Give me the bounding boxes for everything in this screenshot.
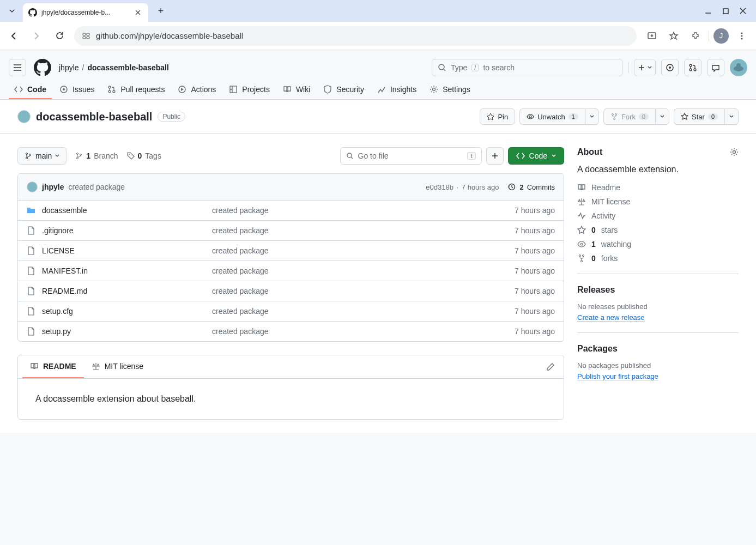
chrome-menu-button[interactable]: [733, 27, 751, 45]
create-new-button[interactable]: [634, 59, 656, 76]
github-logo[interactable]: [34, 59, 51, 76]
tags-link[interactable]: 0 Tags: [127, 152, 161, 160]
sidebar-forks-link[interactable]: 0 forks: [577, 254, 739, 263]
file-commit-message[interactable]: created package: [212, 307, 508, 316]
file-row[interactable]: setup.cfgcreated package7 hours ago: [18, 301, 564, 322]
code-download-button[interactable]: Code: [508, 147, 564, 165]
svg-point-32: [77, 153, 78, 155]
tab-close-button[interactable]: [133, 8, 143, 17]
nav-settings[interactable]: Settings: [424, 81, 476, 99]
visibility-badge: Public: [158, 112, 185, 122]
nav-insights[interactable]: Insights: [372, 81, 422, 99]
goto-file-input[interactable]: Go to file t: [340, 147, 482, 165]
license-tab[interactable]: MIT license: [84, 355, 151, 378]
url-input[interactable]: github.com/jhpyle/docassemble-baseball: [74, 26, 637, 46]
file-name[interactable]: README.md: [42, 287, 205, 295]
install-app-icon[interactable]: [643, 27, 661, 45]
star-button[interactable]: Star 0: [674, 108, 724, 125]
commit-time: 7 hours ago: [462, 183, 499, 191]
new-tab-button[interactable]: +: [156, 6, 166, 16]
notifications-button[interactable]: [707, 59, 724, 76]
sidebar-watching-link[interactable]: 1 watching: [577, 240, 739, 249]
file-commit-message[interactable]: created package: [212, 267, 508, 275]
svg-point-8: [741, 38, 743, 39]
issues-button[interactable]: [661, 59, 679, 76]
file-name[interactable]: setup.py: [42, 327, 205, 336]
sidebar-stars-link[interactable]: 0 stars: [577, 226, 739, 234]
nav-actions[interactable]: Actions: [172, 81, 221, 99]
tab-search-button[interactable]: [4, 3, 20, 19]
browser-tab[interactable]: jhpyle/docassemble-b...: [23, 3, 148, 22]
window-close-button[interactable]: [739, 7, 747, 15]
pin-button[interactable]: Pin: [480, 108, 515, 125]
global-nav-menu-button[interactable]: [9, 59, 26, 76]
forward-button[interactable]: [28, 28, 45, 44]
add-file-button[interactable]: [486, 147, 504, 165]
breadcrumb-repo[interactable]: docassemble-baseball: [87, 63, 168, 72]
file-name[interactable]: LICENSE: [42, 246, 205, 255]
window-minimize-button[interactable]: [704, 7, 712, 15]
commit-author[interactable]: jhpyle: [42, 183, 64, 191]
commit-message[interactable]: created package: [68, 183, 125, 191]
breadcrumb-owner[interactable]: jhpyle: [59, 63, 79, 72]
create-release-link[interactable]: Create a new release: [577, 313, 645, 322]
back-button[interactable]: [5, 28, 22, 44]
sidebar: About A docassemble extension. Readme MI…: [577, 147, 739, 420]
user-avatar[interactable]: [730, 59, 747, 76]
file-row[interactable]: docassemblecreated package7 hours ago: [18, 201, 564, 221]
nav-issues[interactable]: Issues: [54, 81, 100, 99]
extensions-icon[interactable]: [687, 27, 704, 45]
fork-button[interactable]: Fork 0: [603, 108, 655, 125]
file-row[interactable]: setup.pycreated package7 hours ago: [18, 322, 564, 341]
file-commit-message[interactable]: created package: [212, 246, 508, 255]
edit-readme-button[interactable]: [542, 358, 559, 376]
branches-link[interactable]: 1 Branch: [75, 152, 118, 160]
file-name[interactable]: MANIFEST.in: [42, 267, 205, 275]
window-maximize-button[interactable]: [721, 7, 730, 15]
svg-point-36: [347, 153, 352, 158]
file-row[interactable]: README.mdcreated package7 hours ago: [18, 281, 564, 301]
file-row[interactable]: .gitignorecreated package7 hours ago: [18, 221, 564, 241]
sidebar-license-link[interactable]: MIT license: [577, 197, 739, 206]
chrome-profile-avatar[interactable]: J: [713, 28, 729, 44]
nav-projects[interactable]: Projects: [223, 81, 275, 99]
svg-point-9: [439, 64, 444, 70]
search-icon: [346, 152, 354, 160]
file-commit-message[interactable]: created package: [212, 287, 508, 295]
watch-dropdown[interactable]: [585, 108, 599, 125]
star-dropdown[interactable]: [724, 108, 739, 125]
file-name[interactable]: .gitignore: [42, 226, 205, 235]
unwatch-button[interactable]: Unwatch 1: [519, 108, 585, 125]
sidebar-activity-link[interactable]: Activity: [577, 211, 739, 220]
commits-link[interactable]: 2 Commits: [507, 183, 555, 191]
publish-package-link[interactable]: Publish your first package: [577, 372, 658, 380]
nav-wiki[interactable]: Wiki: [277, 81, 316, 99]
file-commit-message[interactable]: created package: [212, 206, 508, 215]
file-commit-message[interactable]: created package: [212, 226, 508, 235]
file-name[interactable]: docassemble: [42, 206, 205, 215]
readme-tab[interactable]: README: [22, 355, 84, 378]
branch-selector[interactable]: main: [17, 147, 66, 165]
reload-button[interactable]: [51, 28, 68, 44]
bookmark-icon[interactable]: [665, 27, 682, 45]
repo-avatar: [17, 110, 31, 123]
svg-point-13: [690, 69, 692, 71]
global-search-input[interactable]: Type / to search: [432, 59, 622, 76]
nav-pull-requests[interactable]: Pull requests: [102, 81, 170, 99]
file-name[interactable]: setup.cfg: [42, 307, 205, 316]
nav-security[interactable]: Security: [318, 81, 370, 99]
file-row[interactable]: LICENSEcreated package7 hours ago: [18, 241, 564, 261]
site-info-icon[interactable]: [82, 32, 90, 40]
file-time: 7 hours ago: [515, 226, 555, 235]
svg-point-21: [113, 90, 115, 93]
sidebar-readme-link[interactable]: Readme: [577, 183, 739, 192]
file-commit-message[interactable]: created package: [212, 327, 508, 336]
fork-dropdown[interactable]: [655, 108, 669, 125]
file-time: 7 hours ago: [515, 307, 555, 316]
about-settings-button[interactable]: [730, 148, 739, 156]
latest-commit[interactable]: jhpyle created package e0d318b · 7 hours…: [18, 174, 564, 201]
pull-requests-button[interactable]: [684, 59, 701, 76]
nav-code[interactable]: Code: [9, 81, 52, 99]
file-row[interactable]: MANIFEST.increated package7 hours ago: [18, 261, 564, 281]
commit-sha[interactable]: e0d318b: [426, 183, 453, 191]
